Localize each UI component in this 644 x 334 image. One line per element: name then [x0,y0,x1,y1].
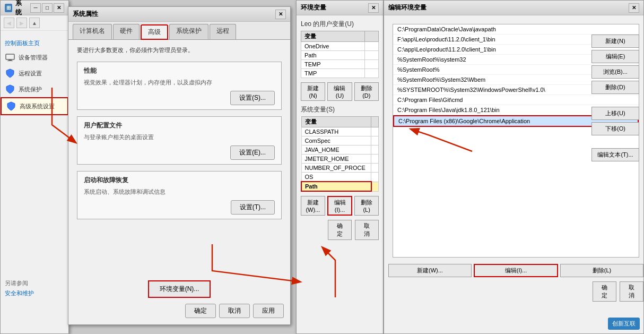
performance-title: 性能 [84,66,275,75]
sys-vars-btn-group: 新建(W)... 编辑(I)... 删除(L) [301,196,379,216]
path-window: 编辑环境变量 ✕ C:\ProgramData\Oracle\Java\java… [384,0,644,334]
sys-var-row-java-home[interactable]: JAVA_HOME [301,145,379,155]
path-up-btn[interactable]: 上移(U) [591,107,639,120]
remote-settings-label: 远程设置 [19,70,42,78]
path-title: 编辑环境变量 [388,3,427,12]
sidebar-item-advanced[interactable]: 高级系统设置 [1,97,68,115]
tab-computer-name[interactable]: 计算机名 [73,24,112,39]
sys-var-row-nop[interactable]: NUMBER_OF_PROCE [301,164,379,173]
sys-var-path: Path [301,182,371,191]
envvars-ok-btn[interactable]: 确定 [328,220,352,240]
user-var-temp: TEMP [301,60,365,69]
tab-hardware[interactable]: 硬件 [113,24,140,39]
user-profiles-title: 用户配置文件 [84,121,275,130]
envvars-close[interactable]: ✕ [368,3,379,13]
path-item-0[interactable]: C:\ProgramData\Oracle\Java\javapath [393,24,639,35]
monitor-icon [5,52,15,63]
sys-var-path-val [371,182,379,191]
sys-edit-btn[interactable]: 编辑(I)... [327,196,353,216]
performance-settings-btn[interactable]: 设置(S)... [230,91,275,105]
sys-delete-btn[interactable]: 删除(L) [354,196,379,216]
sysprops-controls: ✕ [275,10,286,19]
user-var-tmp: TMP [301,69,365,78]
tab-advanced[interactable]: 高级 [141,24,168,40]
path-delete-btn[interactable]: 删除(D) [591,81,639,94]
envvars-cancel-btn[interactable]: 取消 [355,220,379,240]
env-vars-btn[interactable]: 环境变量(N)... [148,280,211,298]
sys-var-os-val [371,173,379,182]
close-btn[interactable]: ✕ [54,3,64,13]
watermark-text: 创新互联 [612,320,636,327]
user-var-row-path[interactable]: Path [301,51,379,60]
sys-var-comspec: ComSpec [301,136,371,145]
sys-var-row-jmeter[interactable]: JMETER_HOME [301,155,379,164]
sys-var-classpath: CLASSPATH [301,127,371,136]
path-bottom-btns: 新建(W)... 编辑(I)... 删除(L) [388,262,643,279]
sysprops-window: 系统属性 ✕ 计算机名 硬件 高级 系统保护 远程 要进行大多数更改，你必须作为… [68,6,291,325]
path-new-btn[interactable]: 新建(N) [591,35,639,48]
nav-up[interactable]: ▲ [29,18,40,28]
user-new-btn[interactable]: 新建(N) [301,82,325,101]
sysprops-ok-btn[interactable]: 确定 [185,304,216,318]
path-cancel-btn[interactable]: 取消 [620,281,643,302]
nav-forward[interactable]: ▶ [16,18,27,28]
tab-remote[interactable]: 远程 [210,24,236,39]
user-var-row-tmp[interactable]: TMP [301,69,379,78]
nav-bar: ◀ ▶ ▲ [1,15,68,31]
sys-vars-col-val [371,117,379,127]
user-vars-title: Leo 的用户变量(U) [301,20,379,29]
path-down-btn[interactable]: 下移(O) [591,122,639,135]
path-delete-bottom-btn[interactable]: 删除(L) [560,264,643,277]
sidebar-item-system-protection[interactable]: 系统保护 [1,81,68,97]
envvars-window: 环境变量 ✕ Leo 的用户变量(U) 变量 OneDrive Path [296,0,384,334]
sysprops-titlebar: 系统属性 ✕ [68,7,290,22]
path-confirm-btns: 确定 取消 [388,279,643,304]
sysprops-cancel-btn[interactable]: 取消 [219,304,250,318]
window-controls: ─ □ ✕ [30,3,64,13]
sys-var-row-classpath[interactable]: CLASSPATH [301,127,379,136]
path-browse-btn[interactable]: 浏览(B)... [591,65,639,79]
user-vars-table: 变量 OneDrive Path TEMP TMP [301,31,379,78]
security-link[interactable]: 安全和维护 [5,289,34,297]
shield-icon-remote [5,68,15,79]
path-edit-bottom-btn[interactable]: 编辑(I)... [474,264,558,277]
sys-var-nop-val [371,164,379,173]
sidebar-item-device-manager[interactable]: 设备管理器 [1,49,68,65]
shield-icon-protection [5,84,15,95]
user-var-path-val [364,51,378,60]
user-var-row-onedrive[interactable]: OneDrive [301,42,379,51]
performance-section: 性能 视觉效果，处理器计划，内存使用，以及虚拟内存 设置(S)... [77,62,282,110]
svg-rect-0 [6,54,14,59]
system-title: 系统 [15,0,27,17]
sysprops-close[interactable]: ✕ [275,10,286,19]
sys-var-java-home: JAVA_HOME [301,145,371,155]
user-edit-btn[interactable]: 编辑(U) [327,82,352,101]
user-var-row-temp[interactable]: TEMP [301,60,379,69]
path-edit-text-btn[interactable]: 编辑文本(T)... [591,148,639,161]
sys-var-row-comspec[interactable]: ComSpec [301,136,379,145]
sys-var-row-os[interactable]: OS [301,173,379,182]
tab-system-protection[interactable]: 系统保护 [169,24,208,39]
minimize-btn[interactable]: ─ [30,3,41,13]
path-close[interactable]: ✕ [629,3,639,13]
user-profiles-settings-btn[interactable]: 设置(E)... [230,145,275,160]
path-new-bottom-btn[interactable]: 新建(W)... [388,264,472,277]
user-vars-btn-group: 新建(N) 编辑(U) 删除(D) [301,82,379,101]
nav-back[interactable]: ◀ [4,18,14,28]
path-ok-btn[interactable]: 确定 [593,281,616,302]
sys-var-os: OS [301,173,371,182]
control-panel-link[interactable]: 控制面板主页 [1,35,68,49]
sys-var-jmeter: JMETER_HOME [301,155,371,164]
path-edit-btn[interactable]: 编辑(E) [591,50,639,63]
sys-new-btn[interactable]: 新建(W)... [301,196,325,216]
sys-var-row-path[interactable]: Path [301,182,379,191]
user-delete-btn[interactable]: 删除(D) [354,82,379,101]
sidebar-item-remote[interactable]: 远程设置 [1,65,68,81]
maximize-btn[interactable]: □ [42,3,53,13]
sys-vars-col-var: 变量 [301,117,371,127]
device-manager-label: 设备管理器 [19,54,48,62]
sysprops-apply-btn[interactable]: 应用 [253,304,284,318]
system-icon: ⊞ [5,4,12,12]
sys-vars-table: 变量 CLASSPATH ComSpec JAVA_HOME [301,116,379,192]
startup-recovery-settings-btn[interactable]: 设置(T)... [231,200,275,215]
